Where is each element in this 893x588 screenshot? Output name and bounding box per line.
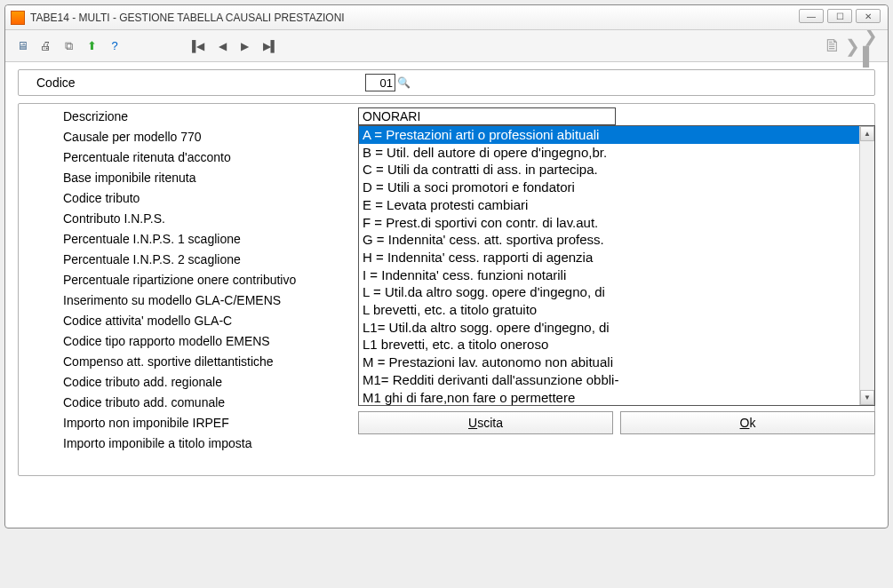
dropdown-item[interactable]: H = Indennita' cess. rapporti di agenzia — [359, 249, 859, 266]
dropdown-item[interactable]: L brevetti, etc. a titolo gratuito — [359, 301, 859, 319]
ok-button[interactable]: Ok — [620, 411, 875, 434]
dropdown-item[interactable]: F = Prest.di sportivi con contr. di lav.… — [359, 214, 859, 232]
field-label: Inserimento su modello GLA-C/EMENS — [63, 293, 281, 307]
forward-icon[interactable]: ❯ — [843, 36, 861, 56]
scroll-down-icon[interactable]: ▼ — [860, 390, 874, 405]
field-label: Base imponibile ritenuta — [63, 171, 195, 185]
copy-icon[interactable]: ⧉ — [59, 36, 78, 56]
codice-panel: Codice 🔍 — [18, 69, 875, 96]
field-label: Percentuale I.N.P.S. 2 scaglione — [63, 252, 241, 266]
dropdown-item[interactable]: L1= Util.da altro sogg. opere d'ingegno,… — [359, 319, 859, 337]
nav-next-icon[interactable]: ▶ — [237, 38, 252, 54]
titlebar[interactable]: TABE14 - MULTI - GESTIONE TABELLA CAUSAL… — [5, 5, 888, 30]
print-icon[interactable]: 🖨 — [36, 36, 55, 56]
dropdown-item[interactable]: M = Prestazioni lav. autonomo non abitua… — [359, 354, 859, 371]
minimize-button[interactable]: — — [799, 9, 824, 23]
lookup-icon[interactable]: 🔍 — [397, 76, 411, 89]
fields-panel: Descrizione Causale per modello 770Perce… — [18, 103, 875, 476]
maximize-button[interactable]: ☐ — [827, 9, 852, 23]
dropdown-item[interactable]: M1= Redditi derivanti dall'assunzione ob… — [359, 371, 859, 389]
dropdown-item[interactable]: M1 ghi di fare,non fare o permettere — [359, 389, 859, 405]
field-label: Codice tributo add. regionale — [63, 375, 222, 389]
export-icon[interactable]: ⬆ — [82, 36, 101, 56]
codice-label: Codice — [36, 75, 365, 90]
descrizione-label: Descrizione — [63, 109, 358, 123]
field-label: Codice attivita' modello GLA-C — [63, 314, 232, 328]
causale-dropdown-list[interactable]: A = Prestazioni arti o professioni abitu… — [358, 125, 875, 406]
toolbar: 🖥 🖨 ⧉ ⬆ ? ▐◀ ◀ ▶ ▶▌ 🗎 ❯ ❯▌ — [5, 30, 888, 62]
close-button[interactable]: ✕ — [856, 9, 881, 23]
field-label-row: Importo imponibile a titolo imposta — [19, 433, 874, 453]
field-label: Percentuale ripartizione onere contribut… — [63, 273, 296, 287]
field-label: Compenso att. sportive dilettantistiche — [63, 354, 274, 369]
nav-last-icon[interactable]: ▶▌ — [259, 38, 283, 54]
scroll-up-icon[interactable]: ▲ — [860, 126, 874, 141]
record-nav: ▐◀ ◀ ▶ ▶▌ — [185, 38, 282, 54]
codice-input[interactable] — [365, 74, 395, 91]
field-label: Codice tributo — [63, 191, 140, 205]
descrizione-input[interactable] — [358, 107, 616, 125]
preview-icon[interactable]: 🖥 — [12, 36, 32, 56]
dropdown-item[interactable]: D = Utili a soci promotori e fondatori — [359, 179, 859, 196]
app-icon — [11, 11, 25, 25]
dropdown-item[interactable]: G = Indennita' cess. att. sportiva profe… — [359, 231, 859, 249]
field-label: Importo imponibile a titolo imposta — [63, 436, 251, 450]
field-label: Importo non imponibile IRPEF — [63, 416, 229, 430]
uscita-button[interactable]: Uscita — [358, 411, 613, 434]
field-label: Codice tributo add. comunale — [63, 395, 225, 409]
dropdown-item[interactable]: E = Levata protesti cambiari — [359, 196, 859, 214]
field-label: Percentuale ritenuta d'acconto — [63, 150, 231, 164]
nav-first-icon[interactable]: ▐◀ — [185, 38, 208, 54]
dropdown-item[interactable]: L = Util.da altro sogg. opere d'ingegno,… — [359, 283, 859, 301]
scroll-track[interactable] — [860, 141, 874, 390]
dropdown-item[interactable]: I = Indennita' cess. funzioni notarili — [359, 266, 859, 284]
app-window: TABE14 - MULTI - GESTIONE TABELLA CAUSAL… — [4, 4, 889, 528]
doc-icon[interactable]: 🗎 — [824, 36, 841, 56]
dropdown-item[interactable]: L1 brevetti, etc. a titolo oneroso — [359, 336, 859, 354]
field-label: Codice tipo rapporto modello EMENS — [63, 334, 270, 348]
field-label: Causale per modello 770 — [63, 130, 202, 144]
help-icon[interactable]: ? — [105, 36, 124, 56]
dropdown-item[interactable]: A = Prestazioni arti o professioni abitu… — [359, 126, 859, 144]
field-label: Contributo I.N.P.S. — [63, 211, 165, 226]
dropdown-item[interactable]: C = Utili da contratti di ass. in partec… — [359, 161, 859, 179]
nav-prev-icon[interactable]: ◀ — [215, 38, 230, 54]
dropdown-item[interactable]: B = Util. dell autore di opere d'ingegno… — [359, 144, 859, 162]
field-label: Percentuale I.N.P.S. 1 scaglione — [63, 232, 241, 246]
scrollbar[interactable]: ▲ ▼ — [859, 126, 874, 405]
window-title: TABE14 - MULTI - GESTIONE TABELLA CAUSAL… — [30, 12, 345, 24]
forward-end-icon[interactable]: ❯▌ — [863, 36, 881, 56]
